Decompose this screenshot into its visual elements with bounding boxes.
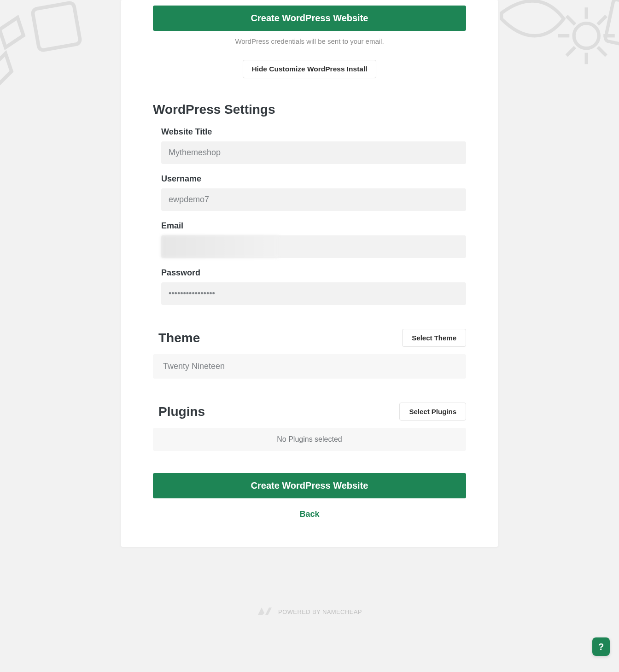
select-theme-button[interactable]: Select Theme: [402, 329, 466, 347]
email-label: Email: [161, 221, 466, 231]
website-title-input[interactable]: [161, 141, 466, 164]
svg-line-10: [566, 47, 575, 55]
footer: POWERED BY NAMECHEAP: [0, 607, 619, 617]
form-group-password: Password: [153, 268, 466, 305]
help-icon: ?: [598, 642, 604, 652]
create-wordpress-button-top[interactable]: Create WordPress Website: [153, 6, 466, 31]
back-link[interactable]: Back: [153, 509, 466, 519]
username-input[interactable]: [161, 188, 466, 211]
theme-current: Twenty Nineteen: [153, 354, 466, 379]
plugins-current: No Plugins selected: [153, 428, 466, 451]
email-input[interactable]: [161, 235, 466, 258]
credentials-note: WordPress credentials will be sent to yo…: [121, 37, 498, 45]
svg-rect-11: [605, 0, 619, 47]
svg-line-8: [598, 47, 606, 55]
form-group-username: Username: [153, 174, 466, 211]
theme-title: Theme: [158, 331, 200, 345]
password-input[interactable]: [161, 282, 466, 305]
website-title-label: Website Title: [161, 127, 466, 137]
footer-text: POWERED BY NAMECHEAP: [278, 608, 362, 615]
svg-marker-0: [0, 18, 23, 47]
form-group-email: Email: [153, 221, 466, 258]
svg-rect-1: [32, 2, 81, 51]
wordpress-install-card: Create WordPress Website WordPress crede…: [121, 0, 498, 547]
select-plugins-button[interactable]: Select Plugins: [399, 403, 466, 421]
form-group-website-title: Website Title: [153, 127, 466, 164]
hide-customize-button[interactable]: Hide Customize WordPress Install: [243, 60, 376, 78]
help-button[interactable]: ?: [592, 637, 610, 656]
namecheap-logo-icon: [257, 607, 273, 617]
svg-line-7: [566, 16, 575, 24]
create-wordpress-button-bottom[interactable]: Create WordPress Website: [153, 473, 466, 498]
svg-line-9: [598, 16, 606, 24]
plugins-title: Plugins: [158, 404, 205, 419]
password-label: Password: [161, 268, 466, 278]
username-label: Username: [161, 174, 466, 184]
wordpress-settings-title: WordPress Settings: [153, 102, 466, 117]
svg-point-2: [574, 23, 599, 48]
